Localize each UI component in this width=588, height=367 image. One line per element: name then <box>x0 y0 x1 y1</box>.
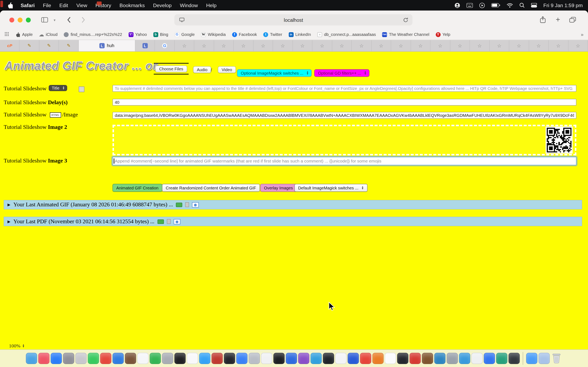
favorite-facebook[interactable]: fFacebook <box>232 32 257 37</box>
dock-app-developer[interactable] <box>273 353 285 364</box>
battery-icon[interactable] <box>491 3 500 8</box>
image2-drop-zone[interactable] <box>112 125 576 156</box>
dock-app-system-settings[interactable] <box>63 353 74 364</box>
dock-app-phone[interactable] <box>150 353 161 364</box>
dock-app-numbers[interactable] <box>335 353 346 364</box>
tab-bookmarked-19[interactable]: ☆ <box>529 40 549 51</box>
menu-develop[interactable]: Develop <box>149 2 176 8</box>
tab-bookmarked-13[interactable]: ☆ <box>411 40 431 51</box>
favorite-wikipedia[interactable]: WWikipedia <box>201 32 226 37</box>
tab-bookmarked-15[interactable]: ☆ <box>450 40 470 51</box>
tab-bookmarked-18[interactable]: ☆ <box>509 40 529 51</box>
dock-app-terminal[interactable] <box>224 353 235 364</box>
tab-bookmarked-16[interactable]: ☆ <box>470 40 490 51</box>
spotlight-icon[interactable] <box>519 3 525 8</box>
tab-bookmarked-3[interactable]: ☆ <box>214 40 234 51</box>
delay-input[interactable] <box>112 99 576 106</box>
font-colour-swatch[interactable] <box>79 86 85 92</box>
dock-app-facetime[interactable] <box>100 353 111 364</box>
new-tab-button[interactable]: + <box>556 16 560 23</box>
dock-app-photos[interactable] <box>137 353 148 364</box>
menu-safari[interactable]: Safari <box>17 2 39 8</box>
file-thumbnail-icon[interactable] <box>185 202 189 207</box>
dock-app-zoom[interactable] <box>447 353 458 364</box>
tab-overview-icon[interactable] <box>569 17 576 25</box>
image-data-input[interactable] <box>112 112 576 119</box>
favorite-bing[interactable]: bBing <box>153 32 168 37</box>
title-config-input[interactable] <box>112 85 576 92</box>
menu-edit[interactable]: Edit <box>55 2 72 8</box>
overlay-images-button[interactable]: Overlay Images <box>260 184 297 192</box>
gd-filters-select[interactable]: Optional GD filters++ ...▲▼ <box>314 69 369 77</box>
dock-app-browser[interactable] <box>236 353 247 364</box>
tab-editor-3[interactable]: ✎ <box>59 40 79 51</box>
gif-thumbnail-icon[interactable] <box>157 219 164 224</box>
dock-app-code-editor[interactable] <box>323 353 334 364</box>
favorite-db-connect[interactable]: ≡db_connect.p...aaasaaafaas <box>317 32 376 37</box>
favorite-apple[interactable]: Apple <box>15 32 33 37</box>
tab-bookmarked-5[interactable]: ☆ <box>253 40 273 51</box>
tab-bookmarked-10[interactable]: ☆ <box>352 40 371 51</box>
keyboard-icon[interactable] <box>467 3 473 8</box>
forward-button[interactable] <box>81 16 86 25</box>
minimize-window-button[interactable] <box>17 17 22 22</box>
last-pdf-summary[interactable]: ▶ Your Last PDF (November 03 2021 06:14:… <box>4 217 582 226</box>
dock-app-messages[interactable] <box>88 353 99 364</box>
dock-app-opera[interactable] <box>360 353 371 364</box>
dock-app-books[interactable] <box>125 353 136 364</box>
favorite-find-minus[interactable]: find_minus....rep+%22s%22 <box>64 32 122 37</box>
dock-app-notes[interactable] <box>385 353 396 364</box>
zoom-select[interactable]: 100% ▲▼ <box>9 343 25 349</box>
file-thumbnail-icon[interactable] <box>167 219 171 224</box>
sidebar-toggle-icon[interactable] <box>41 17 48 24</box>
tab-bookmarked-12[interactable]: ☆ <box>391 40 411 51</box>
favorite-google[interactable]: GGoogle <box>174 32 195 37</box>
tab-bookmarked-14[interactable]: ☆ <box>431 40 450 51</box>
wifi-icon[interactable] <box>507 3 513 8</box>
tab-editor-2[interactable]: ✎ <box>39 40 59 51</box>
randomized-gif-button[interactable]: Create Randomized Content Order Animated… <box>162 184 260 192</box>
dock-app-skype[interactable] <box>459 353 470 364</box>
favorites-grid-icon[interactable] <box>4 32 9 37</box>
gif-thumbnail-icon[interactable] <box>176 202 182 207</box>
tab-bookmarked-8[interactable]: ☆ <box>312 40 332 51</box>
dock-app-textedit[interactable] <box>187 353 198 364</box>
tab-bookmarked-7[interactable]: ☆ <box>293 40 312 51</box>
tab-bookmarked-1[interactable]: ☆ <box>175 40 194 51</box>
favorite-twitter[interactable]: tTwitter <box>263 32 282 37</box>
menu-bookmarks[interactable]: Bookmarks <box>115 2 149 8</box>
dock-app-docs[interactable] <box>484 353 495 364</box>
dock-app-calculator[interactable] <box>162 353 173 364</box>
html-badge-button[interactable]: HTML <box>50 112 61 118</box>
tab-bookmarked-21[interactable]: ☆ <box>568 40 588 51</box>
menu-window[interactable]: Window <box>176 2 202 8</box>
favorite-weather-channel[interactable]: TWCThe Weather Channel <box>382 32 429 37</box>
dock-app-telegram[interactable] <box>286 353 297 364</box>
tab-active-huh[interactable]: L huh <box>79 40 135 51</box>
dock-app-app-store[interactable] <box>51 353 62 364</box>
menu-view[interactable]: View <box>72 2 91 8</box>
favorites-overflow-chevron[interactable]: » <box>581 32 584 37</box>
imagemagick-switches-select[interactable]: Optional ImageMagick switches ...▲▼ <box>237 69 312 77</box>
disclosure-triangle-icon[interactable]: ▶ <box>8 203 10 207</box>
animated-gif-creation-button[interactable]: Animated GIF Creation <box>112 184 162 192</box>
dock-app-preview[interactable] <box>75 353 86 364</box>
dock-app-podcasts[interactable] <box>298 353 309 364</box>
dock-app-filezilla[interactable] <box>212 353 223 364</box>
favorite-yelp[interactable]: YYelp <box>436 32 450 37</box>
menu-history[interactable]: History <box>91 2 115 8</box>
default-switches-select[interactable]: Default ImageMagick switches ...▲▼ <box>294 184 367 192</box>
dock-app-coffee[interactable] <box>422 353 433 364</box>
dock-app-steam[interactable] <box>509 353 520 364</box>
dock-app-spotify[interactable] <box>496 353 507 364</box>
back-button[interactable] <box>67 16 71 25</box>
apple-menu[interactable] <box>4 2 16 8</box>
image-thumbnail-icon[interactable] <box>173 219 180 224</box>
disclosure-triangle-icon[interactable]: ▶ <box>8 219 10 224</box>
dock-app-maps[interactable] <box>311 353 322 364</box>
share-icon[interactable] <box>540 16 546 25</box>
page-settings-icon[interactable] <box>179 17 185 23</box>
tab-bookmarked-6[interactable]: ☆ <box>273 40 293 51</box>
user-status-icon[interactable] <box>454 2 460 8</box>
tab-bookmarked-17[interactable]: ☆ <box>490 40 509 51</box>
